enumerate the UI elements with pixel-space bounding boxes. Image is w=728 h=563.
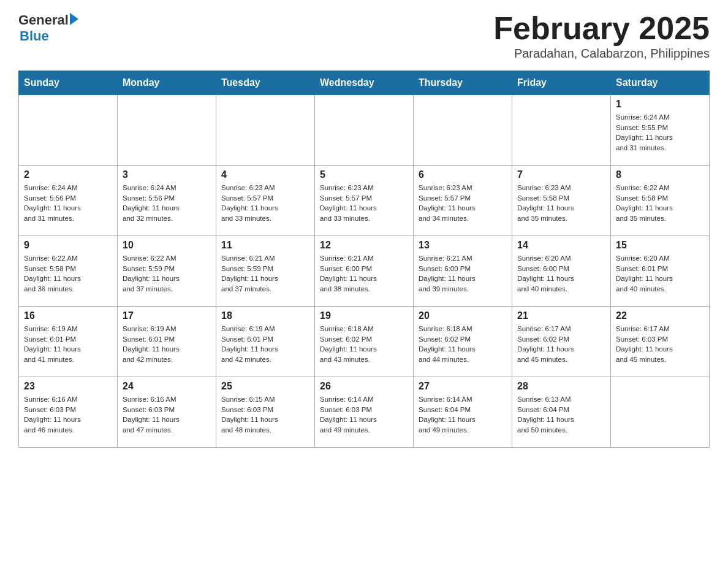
logo-text-blue: Blue	[20, 28, 49, 44]
day-number: 24	[123, 381, 211, 392]
calendar-cell: 21Sunrise: 6:17 AM Sunset: 6:02 PM Dayli…	[512, 307, 611, 377]
day-info: Sunrise: 6:17 AM Sunset: 6:03 PM Dayligh…	[616, 324, 704, 365]
day-info: Sunrise: 6:15 AM Sunset: 6:03 PM Dayligh…	[221, 394, 309, 435]
day-number: 3	[123, 169, 211, 180]
calendar-cell: 16Sunrise: 6:19 AM Sunset: 6:01 PM Dayli…	[19, 307, 118, 377]
day-info: Sunrise: 6:20 AM Sunset: 6:01 PM Dayligh…	[616, 253, 704, 294]
calendar-table: SundayMondayTuesdayWednesdayThursdayFrid…	[18, 71, 710, 448]
weekday-header-thursday: Thursday	[414, 71, 512, 95]
logo-arrow-icon	[70, 13, 78, 25]
day-info: Sunrise: 6:20 AM Sunset: 6:00 PM Dayligh…	[517, 253, 605, 294]
day-number: 22	[616, 310, 704, 321]
calendar-body: 1Sunrise: 6:24 AM Sunset: 5:55 PM Daylig…	[19, 95, 710, 448]
calendar-cell: 12Sunrise: 6:21 AM Sunset: 6:00 PM Dayli…	[315, 236, 414, 307]
calendar-cell: 26Sunrise: 6:14 AM Sunset: 6:03 PM Dayli…	[315, 377, 414, 448]
title-area: February 2025 Paradahan, Calabarzon, Phi…	[493, 12, 710, 61]
calendar-week-row: 23Sunrise: 6:16 AM Sunset: 6:03 PM Dayli…	[19, 377, 710, 448]
day-number: 4	[221, 169, 309, 180]
weekday-header-monday: Monday	[118, 71, 216, 95]
day-info: Sunrise: 6:19 AM Sunset: 6:01 PM Dayligh…	[123, 324, 211, 365]
day-info: Sunrise: 6:14 AM Sunset: 6:04 PM Dayligh…	[419, 394, 507, 435]
day-number: 28	[517, 381, 605, 392]
day-number: 19	[320, 310, 408, 321]
calendar-cell	[414, 95, 512, 166]
day-info: Sunrise: 6:21 AM Sunset: 5:59 PM Dayligh…	[221, 253, 309, 294]
day-number: 12	[320, 240, 408, 251]
calendar-week-row: 2Sunrise: 6:24 AM Sunset: 5:56 PM Daylig…	[19, 166, 710, 236]
day-number: 20	[419, 310, 507, 321]
calendar-cell: 19Sunrise: 6:18 AM Sunset: 6:02 PM Dayli…	[315, 307, 414, 377]
day-number: 15	[616, 240, 704, 251]
calendar-cell: 8Sunrise: 6:22 AM Sunset: 5:58 PM Daylig…	[611, 166, 710, 236]
calendar-cell: 15Sunrise: 6:20 AM Sunset: 6:01 PM Dayli…	[611, 236, 710, 307]
calendar-cell: 22Sunrise: 6:17 AM Sunset: 6:03 PM Dayli…	[611, 307, 710, 377]
day-number: 17	[123, 310, 211, 321]
day-number: 27	[419, 381, 507, 392]
day-info: Sunrise: 6:18 AM Sunset: 6:02 PM Dayligh…	[320, 324, 408, 365]
day-number: 1	[616, 99, 704, 110]
calendar-cell	[118, 95, 216, 166]
day-info: Sunrise: 6:23 AM Sunset: 5:57 PM Dayligh…	[419, 183, 507, 224]
day-info: Sunrise: 6:21 AM Sunset: 6:00 PM Dayligh…	[419, 253, 507, 294]
day-info: Sunrise: 6:19 AM Sunset: 6:01 PM Dayligh…	[221, 324, 309, 365]
calendar-cell: 5Sunrise: 6:23 AM Sunset: 5:57 PM Daylig…	[315, 166, 414, 236]
day-info: Sunrise: 6:13 AM Sunset: 6:04 PM Dayligh…	[517, 394, 605, 435]
calendar-cell: 1Sunrise: 6:24 AM Sunset: 5:55 PM Daylig…	[611, 95, 710, 166]
month-title: February 2025	[493, 12, 710, 44]
calendar-cell: 28Sunrise: 6:13 AM Sunset: 6:04 PM Dayli…	[512, 377, 611, 448]
day-number: 14	[517, 240, 605, 251]
day-info: Sunrise: 6:16 AM Sunset: 6:03 PM Dayligh…	[24, 394, 112, 435]
calendar-cell: 3Sunrise: 6:24 AM Sunset: 5:56 PM Daylig…	[118, 166, 216, 236]
calendar-cell: 9Sunrise: 6:22 AM Sunset: 5:58 PM Daylig…	[19, 236, 118, 307]
day-info: Sunrise: 6:18 AM Sunset: 6:02 PM Dayligh…	[419, 324, 507, 365]
weekday-header-tuesday: Tuesday	[216, 71, 315, 95]
logo: General Blue	[18, 12, 78, 44]
weekday-header-sunday: Sunday	[19, 71, 118, 95]
calendar-cell: 17Sunrise: 6:19 AM Sunset: 6:01 PM Dayli…	[118, 307, 216, 377]
logo-text-general: General	[18, 12, 69, 28]
day-info: Sunrise: 6:24 AM Sunset: 5:55 PM Dayligh…	[616, 112, 704, 153]
day-number: 25	[221, 381, 309, 392]
calendar-cell: 20Sunrise: 6:18 AM Sunset: 6:02 PM Dayli…	[414, 307, 512, 377]
calendar-cell	[315, 95, 414, 166]
day-info: Sunrise: 6:24 AM Sunset: 5:56 PM Dayligh…	[24, 183, 112, 224]
day-info: Sunrise: 6:17 AM Sunset: 6:02 PM Dayligh…	[517, 324, 605, 365]
calendar-cell: 18Sunrise: 6:19 AM Sunset: 6:01 PM Dayli…	[216, 307, 315, 377]
calendar-cell	[611, 377, 710, 448]
day-info: Sunrise: 6:22 AM Sunset: 5:58 PM Dayligh…	[616, 183, 704, 224]
day-number: 6	[419, 169, 507, 180]
day-number: 18	[221, 310, 309, 321]
day-number: 26	[320, 381, 408, 392]
day-number: 11	[221, 240, 309, 251]
location-title: Paradahan, Calabarzon, Philippines	[493, 47, 710, 61]
weekday-header-wednesday: Wednesday	[315, 71, 414, 95]
calendar-cell	[512, 95, 611, 166]
calendar-cell	[19, 95, 118, 166]
day-info: Sunrise: 6:21 AM Sunset: 6:00 PM Dayligh…	[320, 253, 408, 294]
calendar-cell: 10Sunrise: 6:22 AM Sunset: 5:59 PM Dayli…	[118, 236, 216, 307]
calendar-week-row: 9Sunrise: 6:22 AM Sunset: 5:58 PM Daylig…	[19, 236, 710, 307]
day-number: 8	[616, 169, 704, 180]
day-info: Sunrise: 6:23 AM Sunset: 5:57 PM Dayligh…	[320, 183, 408, 224]
day-info: Sunrise: 6:16 AM Sunset: 6:03 PM Dayligh…	[123, 394, 211, 435]
calendar-week-row: 16Sunrise: 6:19 AM Sunset: 6:01 PM Dayli…	[19, 307, 710, 377]
day-info: Sunrise: 6:23 AM Sunset: 5:58 PM Dayligh…	[517, 183, 605, 224]
day-info: Sunrise: 6:14 AM Sunset: 6:03 PM Dayligh…	[320, 394, 408, 435]
calendar-cell: 13Sunrise: 6:21 AM Sunset: 6:00 PM Dayli…	[414, 236, 512, 307]
day-number: 7	[517, 169, 605, 180]
calendar-cell	[216, 95, 315, 166]
calendar-cell: 23Sunrise: 6:16 AM Sunset: 6:03 PM Dayli…	[19, 377, 118, 448]
calendar-cell: 14Sunrise: 6:20 AM Sunset: 6:00 PM Dayli…	[512, 236, 611, 307]
weekday-header-saturday: Saturday	[611, 71, 710, 95]
calendar-cell: 25Sunrise: 6:15 AM Sunset: 6:03 PM Dayli…	[216, 377, 315, 448]
day-number: 10	[123, 240, 211, 251]
day-info: Sunrise: 6:22 AM Sunset: 5:58 PM Dayligh…	[24, 253, 112, 294]
calendar-week-row: 1Sunrise: 6:24 AM Sunset: 5:55 PM Daylig…	[19, 95, 710, 166]
day-number: 23	[24, 381, 112, 392]
day-number: 2	[24, 169, 112, 180]
day-info: Sunrise: 6:23 AM Sunset: 5:57 PM Dayligh…	[221, 183, 309, 224]
day-number: 16	[24, 310, 112, 321]
calendar-cell: 11Sunrise: 6:21 AM Sunset: 5:59 PM Dayli…	[216, 236, 315, 307]
calendar-header: SundayMondayTuesdayWednesdayThursdayFrid…	[19, 71, 710, 95]
calendar-cell: 27Sunrise: 6:14 AM Sunset: 6:04 PM Dayli…	[414, 377, 512, 448]
